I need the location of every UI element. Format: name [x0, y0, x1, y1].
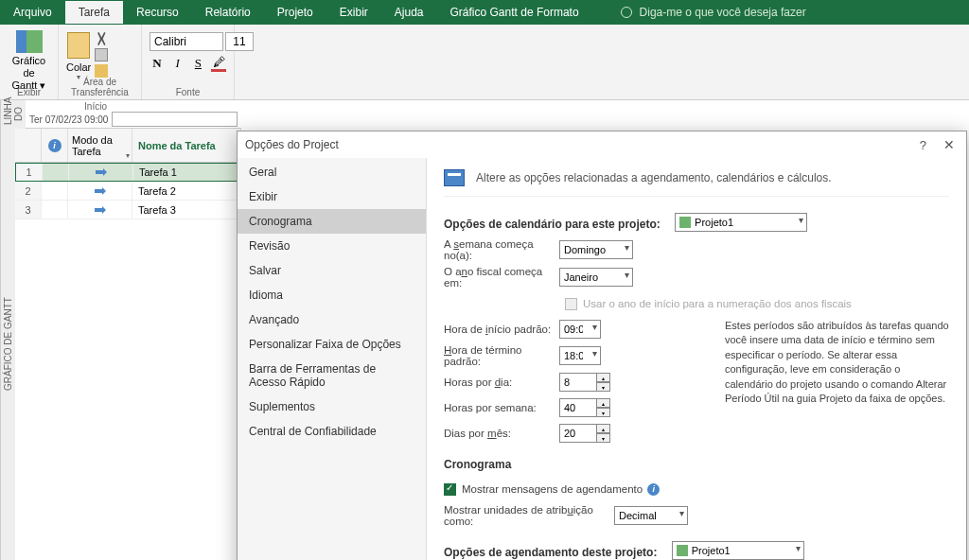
svg-rect-1	[95, 189, 102, 193]
tab-ajuda[interactable]: Ajuda	[381, 1, 437, 24]
nav-quick-access[interactable]: Barra de Ferramentas de Acesso Rápido	[238, 357, 426, 394]
nav-geral[interactable]: Geral	[238, 160, 426, 184]
font-size-select[interactable]	[225, 32, 254, 51]
nav-exibir[interactable]: Exibir	[238, 184, 426, 209]
auto-schedule-icon	[94, 185, 107, 197]
gantt-vert-label: GRÁFICO DE GANTT	[0, 129, 15, 560]
section-cronograma-title: Cronograma	[444, 458, 949, 471]
spin-up[interactable]: ▴	[597, 398, 610, 408]
nav-idioma[interactable]: Idioma	[238, 283, 426, 307]
nav-personalizar[interactable]: Personalizar Faixa de Opções	[238, 332, 426, 357]
units-label: Mostrar unidades de atribuição como:	[444, 504, 614, 527]
font-name-select[interactable]	[150, 32, 223, 51]
inicio-label: Início	[29, 101, 107, 112]
underline-button[interactable]: S	[191, 55, 206, 72]
svg-rect-0	[96, 170, 103, 174]
font-color-button[interactable]: 🖉	[211, 55, 226, 72]
week-start-select[interactable]: Domingo	[559, 240, 633, 259]
dialog-content[interactable]: Altere as opções relacionadas a agendame…	[427, 158, 966, 560]
hours-day-label: Horas por dia:	[444, 376, 559, 388]
tab-tarefa[interactable]: Tarefa	[65, 1, 123, 24]
sched-project-select[interactable]: Projeto1	[672, 541, 804, 560]
dialog-close-button[interactable]: ✕	[940, 135, 959, 154]
nav-suplementos[interactable]: Suplementos	[238, 394, 426, 419]
days-month-input[interactable]	[559, 424, 597, 443]
project-icon	[677, 545, 688, 556]
end-time-label: Hora de término padrão:	[444, 344, 559, 367]
bulb-icon	[621, 7, 632, 18]
spin-up[interactable]: ▴	[597, 424, 610, 433]
start-time-label: Hora de início padrão:	[444, 324, 559, 335]
tab-relatorio[interactable]: Relatório	[192, 1, 264, 24]
nav-avancado[interactable]: Avançado	[238, 307, 426, 332]
info-icon[interactable]: i	[647, 483, 660, 496]
italic-button[interactable]: I	[170, 55, 185, 72]
hours-week-input[interactable]	[559, 398, 597, 417]
fiscal-year-label: O ano fiscal começa em:	[444, 266, 559, 289]
spin-up[interactable]: ▴	[597, 373, 610, 382]
spin-down[interactable]: ▾	[597, 382, 610, 392]
section-sched-title: Opções de agendamento deste projeto:	[444, 546, 657, 559]
gantt-chart-button[interactable]: Gráfico de Gantt ▾	[8, 28, 50, 95]
tab-exibir[interactable]: Exibir	[326, 1, 381, 24]
task-row-3[interactable]: 3 Tarefa 3	[15, 201, 241, 219]
schedule-header-text: Altere as opções relacionadas a agendame…	[476, 171, 832, 184]
hours-day-input[interactable]	[559, 373, 597, 392]
info-icon: i	[48, 139, 62, 152]
paste-icon	[67, 32, 90, 59]
schedule-header-icon	[444, 169, 465, 186]
tab-gantt-formato[interactable]: Gráfico Gantt de Formato	[437, 1, 592, 24]
end-time-select[interactable]: 18:00	[559, 346, 601, 365]
copy-icon[interactable]	[95, 48, 108, 61]
cut-icon[interactable]	[95, 32, 108, 45]
section-calendar-title: Opções de calendário para este projeto:	[444, 218, 661, 231]
calendar-description: Estes períodos são atribuídos às tarefas…	[725, 319, 949, 406]
format-painter-icon[interactable]	[95, 64, 108, 78]
ribbon-content: Gráfico de Gantt ▾ Exibir Colar ▾ Área d…	[0, 25, 969, 100]
timeline-vert-label: LINHA DO	[0, 100, 26, 129]
task-row-2[interactable]: 2 Tarefa 2	[15, 182, 241, 201]
fiscal-numbering-label: Usar o ano de início para a numeração do…	[583, 298, 852, 309]
nav-cronograma[interactable]: Cronograma	[238, 209, 426, 234]
bold-button[interactable]: N	[150, 55, 165, 72]
fiscal-year-select[interactable]: Janeiro	[559, 268, 633, 287]
show-messages-checkbox[interactable]	[444, 483, 456, 496]
group-label-exibir: Exibir	[0, 87, 58, 97]
dialog-title: Opções do Project	[245, 138, 920, 151]
tab-recurso[interactable]: Recurso	[123, 1, 192, 24]
paste-button[interactable]: Colar ▾	[66, 32, 91, 81]
units-select[interactable]: Decimal	[614, 506, 688, 525]
options-dialog: Opções do Project ? ✕ Geral Exibir Crono…	[237, 131, 967, 560]
group-label-fonte: Fonte	[142, 87, 234, 97]
col-header-name[interactable]: Nome da Tarefa	[132, 129, 241, 162]
fiscal-numbering-checkbox	[565, 298, 577, 310]
dialog-nav: Geral Exibir Cronograma Revisão Salvar I…	[238, 158, 427, 560]
auto-schedule-icon	[94, 204, 107, 216]
tell-me-text: Diga-me o que você deseja fazer	[640, 6, 806, 19]
timeline-track[interactable]	[112, 112, 238, 127]
nav-salvar[interactable]: Salvar	[238, 258, 426, 283]
task-row-1[interactable]: 1 Tarefa 1	[15, 163, 241, 182]
inicio-date: Ter 07/02/23 09:00	[29, 114, 108, 125]
hours-week-label: Horas por semana:	[444, 402, 559, 413]
start-time-select[interactable]: 09:00	[559, 320, 601, 339]
dialog-help-button[interactable]: ?	[920, 138, 926, 152]
ribbon-tabs: Arquivo Tarefa Recurso Relatório Projeto…	[0, 0, 969, 25]
tell-me-search[interactable]: Diga-me o que você deseja fazer	[611, 2, 816, 23]
auto-schedule-icon	[95, 166, 108, 178]
nav-trust-center[interactable]: Central de Confiabilidade	[238, 419, 426, 444]
gantt-icon	[16, 30, 43, 53]
spin-down[interactable]: ▾	[597, 433, 610, 443]
svg-rect-2	[95, 208, 102, 212]
col-header-mode[interactable]: Modo da Tarefa▾	[68, 129, 132, 162]
days-month-label: Dias por mês:	[444, 428, 559, 439]
project-icon	[679, 217, 691, 228]
calendar-project-select[interactable]: Projeto1	[675, 213, 807, 232]
grid-header: i Modo da Tarefa▾ Nome da Tarefa	[15, 129, 241, 163]
tab-projeto[interactable]: Projeto	[264, 1, 326, 24]
show-messages-label: Mostrar mensagens de agendamento	[462, 483, 643, 495]
spin-down[interactable]: ▾	[597, 408, 610, 417]
week-start-label: A semana começa no(a):	[444, 238, 559, 261]
tab-arquivo[interactable]: Arquivo	[0, 1, 65, 24]
nav-revisao[interactable]: Revisão	[238, 234, 426, 258]
